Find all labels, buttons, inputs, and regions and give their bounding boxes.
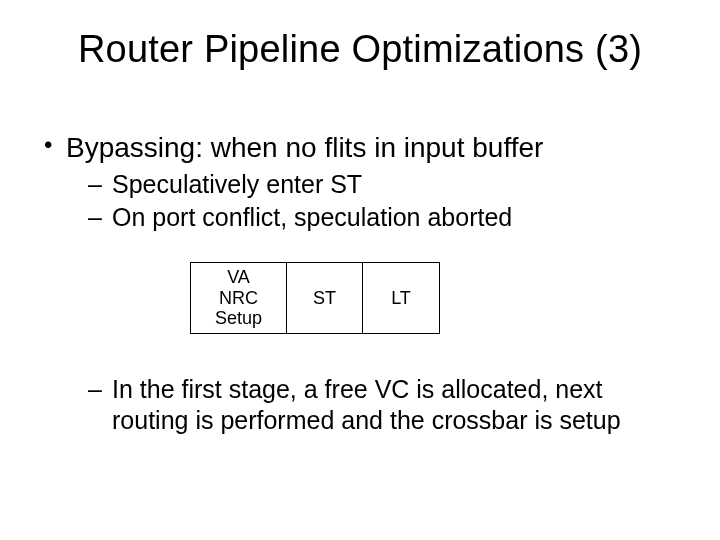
slide-body-after: In the first stage, a free VC is allocat… (40, 370, 680, 439)
pipeline-stage-lt: LT (363, 263, 439, 333)
bullet-main: Bypassing: when no flits in input buffer… (40, 130, 680, 234)
bullet-list-level1: Bypassing: when no flits in input buffer… (40, 130, 680, 234)
bullet-list-level2-bottom: In the first stage, a free VC is allocat… (40, 374, 680, 437)
bullet-sub2: On port conflict, speculation aborted (88, 202, 680, 233)
bullet-list-level2-top: Speculatively enter ST On port conflict,… (66, 169, 680, 234)
slide-title: Router Pipeline Optimizations (3) (0, 28, 720, 71)
slide: Router Pipeline Optimizations (3) Bypass… (0, 0, 720, 540)
bullet-sub1: Speculatively enter ST (88, 169, 680, 200)
slide-body: Bypassing: when no flits in input buffer… (40, 130, 680, 240)
pipeline-stage-st: ST (287, 263, 363, 333)
bullet-sub3: In the first stage, a free VC is allocat… (88, 374, 680, 437)
bullet-main-text: Bypassing: when no flits in input buffer (66, 132, 543, 163)
pipeline-diagram: VA NRC Setup ST LT (190, 262, 440, 334)
pipeline-stage-va-nrc-setup: VA NRC Setup (191, 263, 287, 333)
